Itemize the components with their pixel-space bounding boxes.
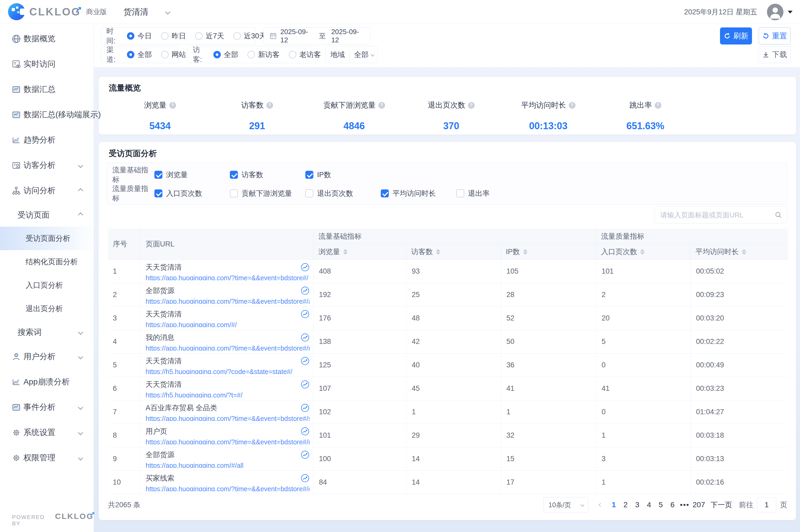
refresh-button[interactable]: 刷新: [720, 27, 752, 44]
search-icon[interactable]: [775, 211, 782, 219]
visitor-radio-returning[interactable]: 老访客: [289, 50, 321, 59]
cell-page: 我的消息 https://app.huoqingqing.com/?time=&…: [141, 330, 314, 353]
page-url-link[interactable]: https://app.huoqingqing.com/?time=&&even…: [146, 485, 310, 491]
trend-link-icon[interactable]: [301, 263, 310, 272]
page-url-link[interactable]: https://app.huoqingqing.com/?time=&&even…: [146, 415, 310, 421]
sidebar-item-realtime[interactable]: 实时访问: [0, 52, 94, 77]
page-size-select[interactable]: 10条/页: [544, 497, 588, 513]
help-icon[interactable]: ?: [169, 102, 176, 109]
sidebar-item-visited-pages[interactable]: 受访页面: [0, 203, 94, 227]
sidebar-item-exit-page-analysis[interactable]: 退出页分析: [0, 297, 94, 321]
checkbox-pageviews[interactable]: 浏览量: [154, 170, 230, 179]
region-select[interactable]: 地域 全部: [325, 46, 378, 63]
col-header-ip[interactable]: IP数: [501, 244, 596, 260]
trend-link-icon[interactable]: [301, 474, 310, 483]
visitor-radio-all[interactable]: 全部: [213, 50, 238, 59]
help-icon[interactable]: ?: [569, 102, 576, 109]
sort-icon[interactable]: [742, 249, 746, 255]
sidebar-item-data-overview[interactable]: 数据概览: [0, 26, 94, 52]
reset-button[interactable]: 重置: [759, 27, 791, 44]
prev-page-button[interactable]: [596, 504, 605, 506]
time-radio-today[interactable]: 今日: [127, 31, 152, 41]
visitor-radio-new[interactable]: 新访客: [248, 50, 280, 59]
page-url-link[interactable]: https://app.huoqingqing.com/?time=&&even…: [146, 274, 310, 280]
sort-icon[interactable]: [523, 249, 527, 255]
help-icon[interactable]: ?: [267, 102, 273, 109]
page-number-6[interactable]: 6: [667, 500, 678, 509]
sidebar-item-app-crash-analysis[interactable]: App崩溃分析: [0, 369, 94, 395]
download-button[interactable]: 下载: [759, 46, 791, 63]
sidebar-item-trend-analysis[interactable]: 趋势分析: [0, 127, 94, 153]
col-header-pageviews[interactable]: 浏览量: [314, 244, 406, 260]
page-url-link[interactable]: https://h5.huoqingqing.com/?t=#/: [146, 391, 310, 397]
page-number-4[interactable]: 4: [643, 500, 655, 509]
checkbox-exit-rate[interactable]: 退出率: [456, 189, 532, 198]
page-url-link[interactable]: https://h5.huoqingqing.com/?code=&state=…: [146, 368, 310, 374]
col-header-entry[interactable]: 入口页次数: [596, 244, 691, 260]
sidebar-item-visitor-analysis[interactable]: 访客分析: [0, 153, 94, 178]
trend-link-icon[interactable]: [301, 309, 310, 319]
help-icon[interactable]: ?: [468, 102, 475, 109]
cell-avg-duration: 00:00:49: [691, 354, 788, 377]
page-url-link[interactable]: https://app.huoqingqing.com/?time=&&even…: [146, 344, 310, 350]
page-number-1[interactable]: 1: [608, 500, 620, 509]
sidebar-item-user-analysis[interactable]: 用户分析: [0, 344, 94, 369]
sidebar-item-system-settings[interactable]: 系统设置: [0, 420, 94, 445]
avatar[interactable]: [767, 4, 783, 20]
sort-icon[interactable]: [343, 249, 347, 255]
time-radio-yesterday[interactable]: 昨日: [161, 31, 186, 41]
sidebar-item-data-summary[interactable]: 数据汇总: [0, 77, 94, 102]
channel-radio-website[interactable]: 网站: [161, 50, 186, 59]
sidebar-item-structured-page-analysis[interactable]: 结构化页面分析: [0, 250, 94, 273]
checkbox-visitors[interactable]: 访客数: [230, 170, 305, 179]
page-url-link[interactable]: https://app.huoqingqing.com/?time=&&even…: [146, 438, 310, 444]
help-icon[interactable]: ?: [655, 102, 661, 109]
sort-icon[interactable]: [640, 249, 644, 255]
sidebar-item-visit-analysis[interactable]: 访问分析: [0, 178, 94, 203]
checkbox-avg-duration[interactable]: 平均访问时长: [381, 189, 456, 198]
goto-page-input[interactable]: [757, 497, 776, 512]
sidebar-item-data-summary-mobile[interactable]: 数据汇总(移动端展示): [0, 102, 94, 127]
sidebar-item-search-terms[interactable]: 搜索词: [0, 321, 94, 344]
trend-link-icon[interactable]: [301, 380, 310, 389]
sidebar-item-event-analysis[interactable]: 事件分析: [0, 395, 94, 420]
page-number-5[interactable]: 5: [655, 500, 667, 509]
page-number-last[interactable]: 207: [691, 500, 707, 509]
channel-radio-all[interactable]: 全部: [127, 50, 152, 59]
project-name: 货清清: [124, 6, 148, 18]
page-number-2[interactable]: 2: [620, 500, 632, 509]
account-menu-caret-icon[interactable]: [788, 11, 793, 14]
cell-ip: 105: [501, 260, 596, 283]
sidebar-item-permission-management[interactable]: 权限管理: [0, 445, 94, 471]
cell-avg-duration: 00:05:02: [691, 260, 788, 283]
checkbox-exit-count[interactable]: 退出页次数: [305, 189, 381, 198]
more-pages-ellipsis[interactable]: •••: [678, 500, 691, 509]
sidebar-item-visited-page-analysis[interactable]: 受访页面分析: [0, 227, 94, 250]
sidebar-item-entry-page-analysis[interactable]: 入口页分析: [0, 273, 94, 297]
trend-link-icon[interactable]: [301, 403, 310, 412]
next-page-button[interactable]: 下一页: [710, 500, 732, 510]
checkbox-entry-count[interactable]: 入口页次数: [154, 189, 230, 198]
project-selector[interactable]: 货清清: [124, 0, 169, 24]
date-range-picker[interactable]: 2025-09-12 至 2025-09-12: [263, 27, 371, 44]
trend-link-icon[interactable]: [301, 427, 310, 436]
col-header-avg-duration[interactable]: 平均访问时长: [691, 244, 788, 260]
page-number-3[interactable]: 3: [632, 500, 643, 509]
trend-link-icon[interactable]: [301, 286, 310, 295]
time-radio-30days[interactable]: 近30天: [233, 31, 267, 41]
time-radio-7days[interactable]: 近7天: [195, 31, 224, 41]
search-input[interactable]: [655, 211, 775, 219]
help-icon[interactable]: ?: [378, 102, 385, 109]
cell-pageviews: 107: [314, 377, 406, 400]
trend-link-icon[interactable]: [301, 333, 310, 342]
sort-icon[interactable]: [436, 249, 440, 255]
checkbox-downstream-pageviews[interactable]: 贡献下游浏览量: [230, 189, 305, 198]
visited-pages-table: 序号 页面URL 流量基础指标 流量质量指标 浏览量 访客数 IP数 入口页次数…: [108, 229, 788, 494]
page-url-link[interactable]: https://app.huoqingqing.com/#/all: [146, 462, 310, 468]
page-url-link[interactable]: https://app.huoqingqing.com/?time=&&even…: [146, 298, 310, 304]
page-url-link[interactable]: https://app.huoqingqing.com/#/: [146, 321, 310, 327]
col-header-visitors[interactable]: 访客数: [406, 244, 501, 260]
checkbox-ip-count[interactable]: IP数: [305, 170, 381, 179]
trend-link-icon[interactable]: [301, 450, 310, 459]
trend-link-icon[interactable]: [301, 357, 310, 365]
